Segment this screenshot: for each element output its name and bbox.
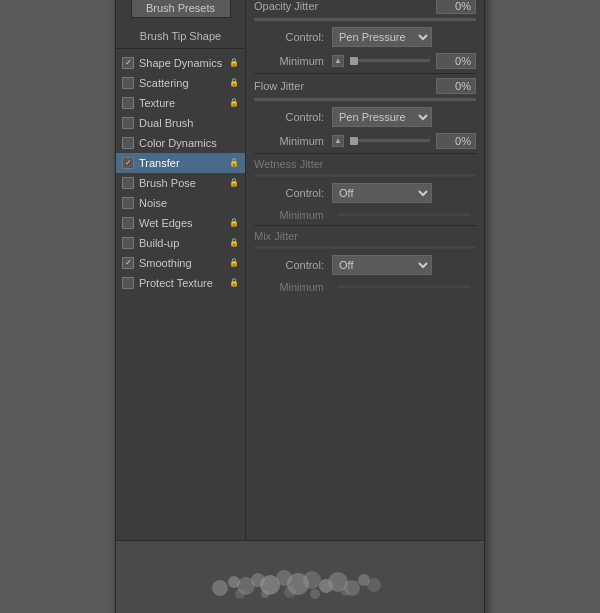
sidebar-item-build-up[interactable]: Build-up🔒	[116, 233, 245, 253]
sidebar-item-label-9: Build-up	[139, 237, 227, 249]
sidebar-item-shape-dynamics[interactable]: ✓Shape Dynamics🔒	[116, 53, 245, 73]
svg-point-16	[310, 589, 320, 599]
sidebar-item-wet-edges[interactable]: Wet Edges🔒	[116, 213, 245, 233]
checkbox-3[interactable]	[122, 117, 134, 129]
sidebar-item-protect-texture[interactable]: Protect Texture🔒	[116, 273, 245, 293]
control-select-2[interactable]: Pen Pressure	[332, 107, 432, 127]
flow-jitter-value: 0%	[436, 78, 476, 94]
lock-icon-9: 🔒	[229, 238, 239, 247]
minimum-row-3: Minimum	[254, 209, 476, 221]
checkbox-8[interactable]	[122, 217, 134, 229]
mix-jitter-slider[interactable]	[254, 246, 476, 249]
sidebar-item-color-dynamics[interactable]: Color Dynamics	[116, 133, 245, 153]
sidebar-item-label-4: Color Dynamics	[139, 137, 239, 149]
lock-icon-11: 🔒	[229, 278, 239, 287]
control-label-4: Control:	[254, 259, 324, 271]
sidebar-item-label-1: Scattering	[139, 77, 227, 89]
sidebar-item-smoothing[interactable]: ✓Smoothing🔒	[116, 253, 245, 273]
sidebar-item-label-3: Dual Brush	[139, 117, 239, 129]
sidebar-item-brush-pose[interactable]: Brush Pose🔒	[116, 173, 245, 193]
checkbox-0[interactable]: ✓	[122, 57, 134, 69]
minimum-slider-4[interactable]	[338, 285, 470, 288]
sidebar-item-label-6: Brush Pose	[139, 177, 227, 189]
wetness-jitter-slider[interactable]	[254, 174, 476, 177]
sidebar-item-transfer[interactable]: ✓Transfer🔒	[116, 153, 245, 173]
checkbox-5[interactable]: ✓	[122, 157, 134, 169]
minimum-value-2: 0%	[436, 133, 476, 149]
lock-icon-8: 🔒	[229, 218, 239, 227]
svg-point-7	[303, 571, 321, 589]
sidebar-item-label-8: Wet Edges	[139, 217, 227, 229]
separator-3	[254, 225, 476, 226]
sidebar-item-label-7: Noise	[139, 197, 239, 209]
lock-icon-2: 🔒	[229, 98, 239, 107]
sidebar-item-label-5: Transfer	[139, 157, 227, 169]
svg-point-13	[235, 589, 245, 599]
sidebar-items-container: ✓Shape Dynamics🔒Scattering🔒Texture🔒Dual …	[116, 53, 245, 293]
control-select-1[interactable]: Pen Pressure	[332, 27, 432, 47]
checkbox-7[interactable]	[122, 197, 134, 209]
minimum-arrow-2[interactable]: ▲	[332, 135, 344, 147]
sidebar-item-scattering[interactable]: Scattering🔒	[116, 73, 245, 93]
wetness-jitter-row: Wetness Jitter	[254, 158, 476, 170]
checkbox-11[interactable]	[122, 277, 134, 289]
sidebar-item-dual-brush[interactable]: Dual Brush	[116, 113, 245, 133]
sidebar-item-noise[interactable]: Noise	[116, 193, 245, 213]
brush-preview-svg	[190, 550, 410, 610]
lock-icon-0: 🔒	[229, 58, 239, 67]
checkbox-1[interactable]	[122, 77, 134, 89]
lock-icon-6: 🔒	[229, 178, 239, 187]
control-label-3: Control:	[254, 187, 324, 199]
control-select-3[interactable]: Off	[332, 183, 432, 203]
separator-2	[254, 153, 476, 154]
control-label-2: Control:	[254, 111, 324, 123]
lock-icon-5: 🔒	[229, 158, 239, 167]
minimum-label-1: Minimum	[254, 55, 324, 67]
wetness-jitter-label: Wetness Jitter	[254, 158, 476, 170]
mix-jitter-row: Mix Jitter	[254, 230, 476, 242]
control-select-4[interactable]: Off	[332, 255, 432, 275]
svg-point-12	[367, 578, 381, 592]
svg-point-17	[341, 588, 349, 596]
minimum-row-2: Minimum ▲ 0%	[254, 133, 476, 149]
sidebar-item-label-2: Texture	[139, 97, 227, 109]
minimum-label-3: Minimum	[254, 209, 324, 221]
lock-icon-10: 🔒	[229, 258, 239, 267]
checkbox-6[interactable]	[122, 177, 134, 189]
flow-jitter-slider[interactable]	[254, 98, 476, 101]
control-label-1: Control:	[254, 31, 324, 43]
svg-point-14	[261, 590, 269, 598]
brush-presets-button[interactable]: Brush Presets	[131, 0, 231, 18]
mix-jitter-label: Mix Jitter	[254, 230, 476, 242]
control-row-2: Control: Pen Pressure	[254, 107, 476, 127]
minimum-row-1: Minimum ▲ 0%	[254, 53, 476, 69]
brush-panel: Brush ◁▷ ≡▼ Brush Presets Brush Tip Shap…	[115, 0, 485, 613]
flow-jitter-row: Flow Jitter 0%	[254, 78, 476, 94]
right-panel: Opacity Jitter 0% Control: Pen Pressure …	[246, 0, 484, 540]
minimum-slider-1[interactable]	[350, 59, 430, 62]
control-row-1: Control: Pen Pressure	[254, 27, 476, 47]
minimum-label-4: Minimum	[254, 281, 324, 293]
opacity-jitter-row: Opacity Jitter 0%	[254, 0, 476, 14]
checkbox-9[interactable]	[122, 237, 134, 249]
control-row-4: Control: Off	[254, 255, 476, 275]
opacity-jitter-value: 0%	[436, 0, 476, 14]
sidebar-item-label-10: Smoothing	[139, 257, 227, 269]
minimum-row-4: Minimum	[254, 281, 476, 293]
brush-preview-area	[116, 540, 484, 614]
minimum-slider-2[interactable]	[350, 139, 430, 142]
checkbox-10[interactable]: ✓	[122, 257, 134, 269]
svg-point-0	[212, 580, 228, 596]
checkbox-2[interactable]	[122, 97, 134, 109]
sidebar-item-texture[interactable]: Texture🔒	[116, 93, 245, 113]
sidebar-section-header: Brush Tip Shape	[116, 26, 245, 49]
panel-body: Brush Presets Brush Tip Shape ✓Shape Dyn…	[116, 0, 484, 540]
opacity-jitter-slider[interactable]	[254, 18, 476, 21]
separator-1	[254, 73, 476, 74]
minimum-slider-3[interactable]	[338, 213, 470, 216]
checkbox-4[interactable]	[122, 137, 134, 149]
sidebar-item-label-11: Protect Texture	[139, 277, 227, 289]
minimum-arrow-1[interactable]: ▲	[332, 55, 344, 67]
sidebar-item-label-0: Shape Dynamics	[139, 57, 227, 69]
minimum-value-1: 0%	[436, 53, 476, 69]
